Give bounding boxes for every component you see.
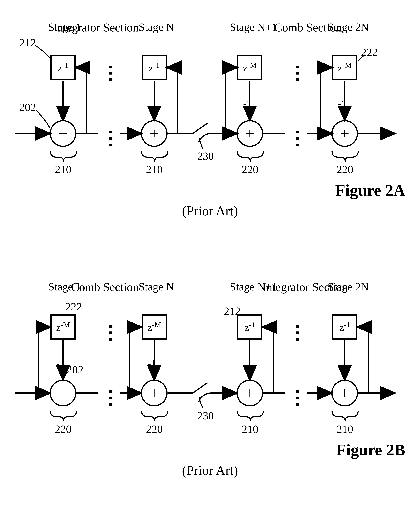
ref-210-2: 210 — [337, 423, 353, 436]
ref-202: 202 — [19, 101, 36, 114]
ref-222: 222 — [361, 46, 378, 59]
delay-text: z-1 — [339, 321, 350, 333]
ref-220-2: 220 — [146, 423, 163, 436]
ref-230: 230 — [197, 409, 214, 422]
svg-line-4 — [193, 123, 208, 133]
section-label-comb: Comb Section — [71, 280, 139, 294]
dots-icon: ⋯ — [100, 389, 123, 405]
ref-230: 230 — [197, 150, 214, 163]
figure-2a: Integrator Section Comb Section Stage 1 … — [6, 21, 414, 236]
stage-label-np1: Stage N+1 — [230, 280, 277, 293]
minus-label-1: -1 — [56, 358, 65, 369]
adder-1: + — [50, 380, 76, 406]
delay-box-integrator-np1: z-1 — [237, 314, 262, 340]
delay-box-comb-np1: z-M — [237, 55, 262, 80]
delay-box-comb-n: z-M — [142, 314, 167, 340]
delay-box-integrator-1: z-1 — [50, 55, 76, 80]
stage-label-n: Stage N — [139, 21, 174, 33]
adder-np1: + — [236, 120, 263, 147]
adder-2n: + — [331, 120, 358, 147]
delay-box-comb-2n: z-M — [332, 55, 357, 80]
dots-icon: ⋯ — [100, 323, 123, 340]
stage-label-n: Stage N — [139, 280, 174, 293]
dots-icon: ⋯ — [287, 323, 310, 340]
delay-text: z-1 — [244, 321, 255, 333]
figure-title-2a: Figure 2A — [335, 181, 405, 200]
prior-art-label: (Prior Art) — [182, 203, 238, 218]
delay-text: z-1 — [58, 61, 68, 74]
ref-202: 202 — [67, 363, 83, 376]
ref-220-2: 220 — [337, 163, 353, 176]
ref-210-1: 210 — [242, 423, 258, 436]
ref-210-2: 210 — [146, 163, 163, 176]
delay-box-comb-1: z-M — [50, 314, 76, 340]
adder-np1: + — [236, 380, 263, 406]
delay-text: z-M — [147, 321, 161, 333]
adder-n: + — [141, 120, 167, 147]
delay-box-integrator-n: z-1 — [142, 55, 167, 80]
ref-212: 212 — [19, 36, 36, 49]
page: Integrator Section Comb Section Stage 1 … — [6, 6, 414, 506]
ref-222: 222 — [65, 300, 82, 313]
delay-text: z-1 — [149, 61, 160, 74]
minus-label-2n: -1 — [338, 98, 347, 110]
delay-text: z-M — [338, 61, 352, 74]
delay-text: z-M — [56, 321, 70, 333]
svg-line-25 — [193, 383, 208, 393]
dots-icon: ⋯ — [100, 64, 123, 81]
figure-title-2b: Figure 2B — [336, 441, 405, 459]
dots-icon: ⋯ — [287, 64, 310, 81]
stage-label-2n: Stage 2N — [328, 280, 369, 293]
minus-label-n: -1 — [148, 358, 156, 369]
dots-icon: ⋯ — [287, 389, 310, 405]
ref-220-1: 220 — [55, 423, 72, 436]
adder-1: + — [50, 120, 76, 147]
ref-220-1: 220 — [242, 163, 258, 176]
ref-210-1: 210 — [55, 163, 72, 176]
adder-2n: + — [331, 380, 358, 406]
delay-text: z-M — [243, 61, 257, 74]
ref-212: 212 — [224, 305, 241, 318]
dots-icon: ⋯ — [287, 129, 310, 146]
stage-label-1: Stage 1 — [48, 280, 81, 293]
delay-box-integrator-2n: z-1 — [332, 314, 357, 340]
dots-icon: ⋯ — [100, 129, 123, 146]
stage-label-np1: Stage N+1 — [230, 21, 277, 33]
figure-2b: Comb Section Integrator Section Stage 1 … — [6, 280, 414, 495]
prior-art-label: (Prior Art) — [182, 463, 238, 478]
adder-n: + — [141, 380, 167, 406]
minus-label-np1: -1 — [243, 98, 252, 110]
stage-label-1: Stage 1 — [48, 21, 81, 33]
stage-label-2n: Stage 2N — [328, 21, 369, 33]
